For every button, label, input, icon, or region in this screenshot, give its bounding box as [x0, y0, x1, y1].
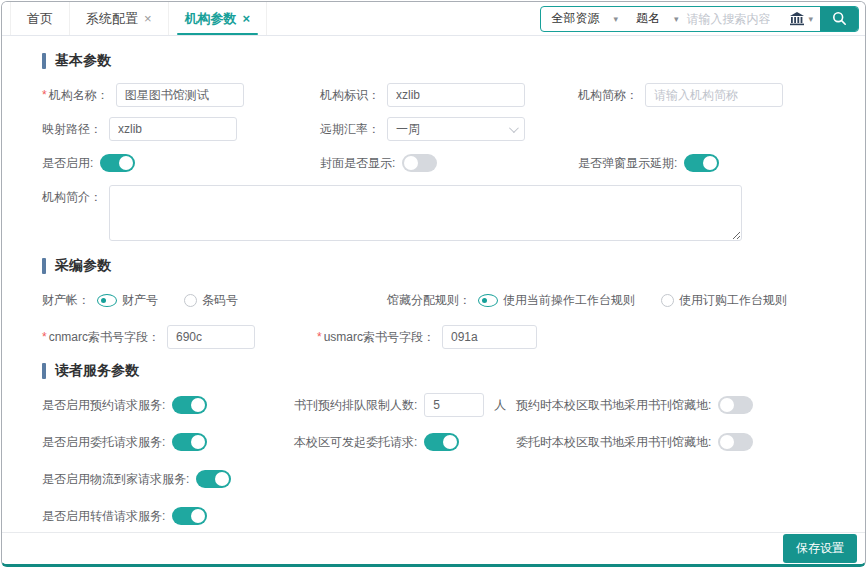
search-scope-dropdown[interactable]: 全部资源 ▾ — [541, 7, 626, 31]
radio-barcode-number[interactable]: 条码号 — [184, 292, 238, 309]
library-scope-dropdown[interactable]: ▾ — [782, 7, 820, 31]
org-short-label: 机构简称： — [578, 87, 638, 104]
org-name-input[interactable] — [116, 83, 244, 107]
radio-unselected-icon — [184, 294, 197, 307]
forward-rate-select[interactable]: 一周 — [387, 117, 525, 141]
pickup-delegate-label: 委托时本校区取书地采用书刊馆藏地: — [516, 434, 711, 451]
radio-selected-icon — [97, 294, 117, 307]
field-allocation-rule: 馆藏分配规则： 使用当前操作工作台规则 使用订购工作台规则 — [387, 288, 837, 312]
tab-system-config[interactable]: 系统配置 × — [70, 2, 169, 35]
field-usmarc: *usmarc索书号字段： — [317, 325, 837, 349]
org-intro-textarea[interactable] — [109, 185, 742, 241]
popup-delay-label: 是否弹窗显示延期: — [578, 155, 677, 172]
chevron-down-icon: ▾ — [674, 14, 679, 24]
bank-icon — [789, 12, 805, 26]
relend-service-toggle[interactable] — [172, 507, 207, 525]
field-forward-rate: 远期汇率： 一周 — [320, 117, 578, 141]
search-field-value: 题名 — [636, 10, 660, 27]
tab-bar: 首页 系统配置 × 机构参数 × 全部资源 ▾ 题名 ▾ — [2, 2, 865, 36]
field-cnmarc: *cnmarc索书号字段： — [42, 325, 317, 349]
section-bar — [42, 363, 46, 379]
org-params-form: 基本参数 *机构名称： 机构标识： 机构简称： 映射路径： 远期汇率： — [2, 36, 865, 536]
close-icon[interactable]: × — [243, 12, 251, 25]
chevron-down-icon: ▾ — [808, 14, 813, 24]
allocation-rule-label: 馆藏分配规则： — [387, 292, 471, 309]
required-mark: * — [42, 88, 47, 102]
form-footer: 保存设置 — [2, 532, 865, 564]
field-org-name: *机构名称： — [42, 83, 320, 107]
tab-home-label: 首页 — [27, 10, 53, 28]
field-popup-delay: 是否弹窗显示延期: — [578, 151, 837, 175]
usmarc-label: *usmarc索书号字段： — [317, 329, 435, 346]
required-mark: * — [317, 330, 322, 344]
pickup-reserve-label: 预约时本校区取书地采用书刊馆藏地: — [516, 397, 711, 414]
cover-display-toggle[interactable] — [402, 154, 437, 172]
app-window: 首页 系统配置 × 机构参数 × 全部资源 ▾ 题名 ▾ — [1, 1, 866, 567]
search-button[interactable] — [820, 7, 858, 31]
pickup-reserve-toggle[interactable] — [718, 396, 753, 414]
required-mark: * — [42, 330, 47, 344]
field-queue-limit: 书刊预约排队限制人数: 人 — [294, 393, 516, 417]
field-enabled: 是否启用: — [42, 151, 320, 175]
property-account-label: 财产帐： — [42, 292, 90, 309]
forward-rate-value: 一周 — [396, 121, 420, 138]
search-box: 全部资源 ▾ 题名 ▾ — [540, 6, 859, 32]
section-acq-title: 采编参数 — [55, 257, 111, 275]
section-bar — [42, 258, 46, 274]
forward-rate-label: 远期汇率： — [320, 121, 380, 138]
reserve-service-label: 是否启用预约请求服务: — [42, 397, 165, 414]
delegate-campus-label: 本校区可发起委托请求: — [294, 434, 417, 451]
delegate-campus-toggle[interactable] — [424, 433, 459, 451]
field-map-path: 映射路径： — [42, 117, 320, 141]
org-short-input[interactable] — [645, 83, 783, 107]
field-property-account: 财产帐： 财产号 条码号 — [42, 288, 387, 312]
org-name-label: *机构名称： — [42, 87, 109, 104]
org-intro-label: 机构简介： — [42, 189, 102, 206]
search-field-dropdown[interactable]: 题名 ▾ — [626, 7, 687, 31]
cnmarc-input[interactable] — [167, 325, 255, 349]
search-icon — [832, 11, 847, 26]
enabled-toggle[interactable] — [100, 154, 135, 172]
section-acq-params: 采编参数 — [42, 257, 865, 275]
delegate-service-label: 是否启用委托请求服务: — [42, 434, 165, 451]
tab-home[interactable]: 首页 — [10, 2, 70, 35]
field-cover-display: 封面是否显示: — [320, 151, 578, 175]
radio-order-workbench-rule[interactable]: 使用订购工作台规则 — [661, 292, 787, 309]
logistics-service-toggle[interactable] — [196, 470, 231, 488]
enabled-label: 是否启用: — [42, 155, 93, 172]
search-input[interactable] — [686, 7, 782, 31]
cover-display-label: 封面是否显示: — [320, 155, 395, 172]
cnmarc-label: *cnmarc索书号字段： — [42, 329, 160, 346]
popup-delay-toggle[interactable] — [684, 154, 719, 172]
field-delegate-campus: 本校区可发起委托请求: — [294, 430, 516, 454]
reserve-service-toggle[interactable] — [172, 396, 207, 414]
org-id-input[interactable] — [387, 83, 525, 107]
field-delegate-service: 是否启用委托请求服务: — [42, 430, 294, 454]
org-id-label: 机构标识： — [320, 87, 380, 104]
search-area: 全部资源 ▾ 题名 ▾ — [540, 2, 859, 35]
section-reader-title: 读者服务参数 — [55, 362, 139, 380]
map-path-input[interactable] — [109, 117, 237, 141]
allocation-rule-radios: 使用当前操作工作台规则 使用订购工作台规则 — [478, 292, 787, 309]
logistics-service-label: 是否启用物流到家请求服务: — [42, 471, 189, 488]
pickup-delegate-toggle[interactable] — [718, 433, 753, 451]
search-scope-value: 全部资源 — [551, 10, 599, 27]
radio-current-workbench-rule[interactable]: 使用当前操作工作台规则 — [478, 292, 635, 309]
property-account-radios: 财产号 条码号 — [97, 292, 238, 309]
section-reader-params: 读者服务参数 — [42, 362, 865, 380]
field-relend-service: 是否启用转借请求服务: — [42, 504, 294, 528]
section-basic-title: 基本参数 — [55, 52, 111, 70]
section-basic-params: 基本参数 — [42, 52, 865, 70]
field-org-short: 机构简称： — [578, 83, 837, 107]
queue-limit-label: 书刊预约排队限制人数: — [294, 397, 417, 414]
field-pickup-delegate: 委托时本校区取书地采用书刊馆藏地: — [516, 430, 837, 454]
queue-limit-unit: 人 — [494, 397, 506, 414]
usmarc-input[interactable] — [442, 325, 537, 349]
close-icon[interactable]: × — [144, 12, 152, 25]
radio-property-number[interactable]: 财产号 — [97, 292, 158, 309]
save-settings-button[interactable]: 保存设置 — [783, 534, 857, 563]
queue-limit-input[interactable] — [424, 393, 484, 417]
tab-org-params[interactable]: 机构参数 × — [169, 2, 268, 35]
chevron-down-icon: ▾ — [613, 14, 618, 24]
delegate-service-toggle[interactable] — [172, 433, 207, 451]
